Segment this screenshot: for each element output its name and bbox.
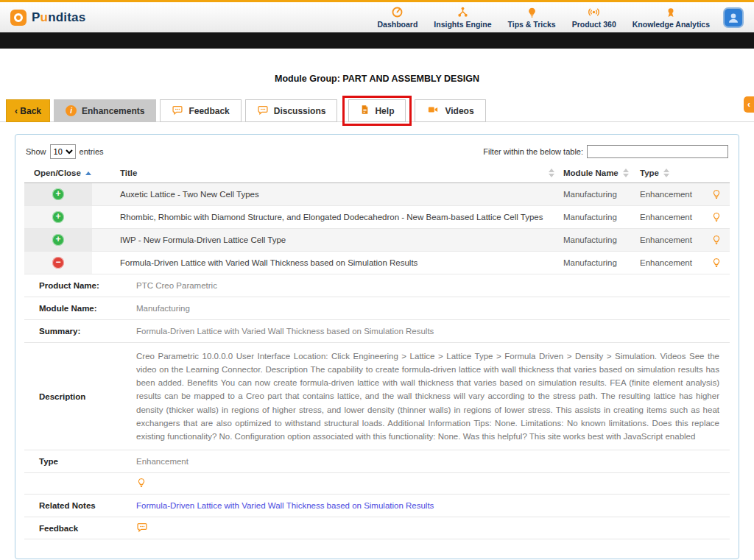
nav-label: Knowledge Analytics [633, 20, 710, 29]
row-module-name: Manufacturing [563, 190, 640, 199]
detail-row-type-icon [24, 473, 730, 495]
detail-label: Product Name: [24, 281, 136, 290]
detail-row-product-name: Product Name: PTC Creo Parametric [24, 274, 730, 297]
row-type: Enhancement [640, 213, 703, 221]
detail-row-summary: Summary: Formula-Driven Lattice with Var… [24, 320, 730, 343]
column-header-title[interactable]: Title [92, 169, 563, 177]
insights-engine-icon [457, 6, 469, 18]
detail-label: Related Notes [24, 501, 136, 510]
detail-label: Description [24, 392, 136, 401]
sort-icon[interactable] [663, 169, 669, 177]
back-button-label: ‹ Back [15, 106, 41, 116]
nav-label: Insights Engine [434, 20, 491, 29]
row-type: Enhancement [640, 190, 703, 199]
page-title: Module Group: PART AND ASSEMBLY DESIGN [0, 74, 754, 84]
nav-item-product-360[interactable]: Product 360 [572, 6, 616, 29]
detail-label: Summary: [24, 327, 136, 336]
feedback-bubble-icon[interactable] [136, 522, 730, 534]
open-close-cell[interactable]: + [24, 183, 92, 205]
nav-item-dashboard[interactable]: Dashboard [377, 6, 417, 29]
content-panel: Show 10 entries Filter within the below … [15, 134, 739, 559]
chevron-left-icon: ‹ [747, 99, 750, 110]
table-row[interactable]: + IWP - New Formula-Driven Lattice Cell … [24, 229, 730, 252]
lightbulb-icon [703, 258, 730, 268]
tab-videos[interactable]: Videos [415, 99, 485, 122]
collapse-row-icon[interactable]: − [52, 257, 64, 269]
row-type: Enhancement [640, 258, 703, 267]
column-header-label: Module Name [563, 169, 619, 177]
dashboard-icon [391, 6, 404, 18]
tab-label: Videos [445, 106, 473, 116]
speech-bubble-icon [172, 104, 183, 118]
nav-item-insights-engine[interactable]: Insights Engine [434, 6, 491, 29]
tab-feedback[interactable]: Feedback [160, 99, 241, 122]
nav-item-tips-tricks[interactable]: Tips & Tricks [508, 6, 556, 29]
app-header: Punditas Dashboard Insights Engine Tips … [0, 0, 754, 32]
row-title: Auxetic Lattice - Two New Cell Types [92, 190, 563, 199]
detail-row-module-name: Module Name: Manufacturing [24, 297, 730, 320]
row-title: Rhombic, Rhombic with Diamond Structure,… [92, 213, 563, 221]
open-close-cell[interactable]: − [24, 252, 92, 274]
column-header-label: Open/Close [34, 169, 81, 177]
sort-asc-icon[interactable] [85, 171, 91, 175]
filter-input[interactable] [587, 145, 728, 158]
tab-label: Help [375, 106, 394, 116]
secondary-bar [0, 32, 754, 49]
sort-icon[interactable] [549, 169, 554, 177]
video-camera-icon [426, 104, 440, 117]
table-row-expanded[interactable]: − Formula-Driven Lattice with Varied Wal… [24, 252, 730, 274]
filter-label: Filter within the below table: [483, 147, 583, 156]
row-type: Enhancement [640, 235, 703, 244]
table-row[interactable]: + Rhombic, Rhombic with Diamond Structur… [24, 206, 730, 229]
lightbulb-icon [136, 478, 730, 489]
back-button[interactable]: ‹ Back [6, 99, 50, 122]
detail-value: Enhancement [136, 457, 730, 466]
sort-icon[interactable] [623, 169, 629, 177]
table-controls: Show 10 entries Filter within the below … [26, 144, 728, 159]
row-detail-panel: Product Name: PTC Creo Parametric Module… [24, 274, 730, 539]
discussion-bubble-icon [257, 104, 269, 118]
info-circle-icon: i [66, 105, 77, 116]
column-header-type[interactable]: Type [640, 169, 703, 177]
detail-value: Formula-Driven Lattice with Varied Wall … [136, 327, 730, 336]
detail-label: Type [24, 457, 136, 466]
brand-logo-icon [10, 10, 27, 26]
detail-value: PTC Creo Parametric [136, 281, 730, 290]
expand-row-icon[interactable]: + [52, 188, 64, 200]
collapse-panel-button[interactable]: ‹ [744, 96, 754, 113]
knowledge-analytics-icon [665, 6, 677, 18]
expand-row-icon[interactable]: + [52, 234, 64, 246]
show-label: Show [26, 147, 46, 156]
tab-label: Feedback [188, 106, 229, 116]
table-header-row: Open/Close Title Module Name Type [24, 166, 730, 183]
related-note-link[interactable]: Formula-Driven Lattice with Varied Wall … [136, 501, 434, 510]
table-filter-control: Filter within the below table: [483, 145, 728, 158]
detail-row-description: Description Creo Parametric 10.0.0.0 Use… [24, 343, 730, 450]
nav-item-knowledge-analytics[interactable]: Knowledge Analytics [633, 6, 710, 29]
brand-text-accent: u [40, 10, 49, 24]
tab-help[interactable]: Help [348, 99, 406, 122]
page-size-control: Show 10 entries [26, 144, 104, 159]
row-title: Formula-Driven Lattice with Varied Wall … [92, 258, 563, 267]
detail-row-related-notes: Related Notes Formula-Driven Lattice wit… [24, 495, 730, 517]
detail-row-feedback: Feedback [24, 517, 730, 539]
column-header-open-close[interactable]: Open/Close [24, 169, 92, 177]
tab-enhancements[interactable]: i Enhancements [54, 99, 156, 122]
product-360-icon [588, 6, 600, 18]
detail-label: Module Name: [24, 304, 136, 313]
detail-value: Manufacturing [136, 304, 730, 313]
tab-discussions[interactable]: Discussions [245, 99, 338, 122]
table-row[interactable]: + Auxetic Lattice - Two New Cell Types M… [24, 183, 730, 206]
open-close-cell[interactable]: + [24, 229, 92, 251]
page-size-select[interactable]: 10 [50, 144, 76, 159]
entries-label: entries [80, 147, 104, 156]
brand-logo[interactable]: Punditas [10, 10, 85, 26]
tab-label: Enhancements [82, 106, 144, 116]
column-header-module-name[interactable]: Module Name [563, 169, 640, 177]
detail-description-text: Creo Parametric 10.0.0.0 User Interface … [136, 350, 730, 443]
column-header-label: Title [120, 169, 137, 177]
expand-row-icon[interactable]: + [52, 211, 64, 223]
open-close-cell[interactable]: + [24, 206, 92, 228]
help-tab-wrapper: Help [348, 99, 406, 122]
user-avatar[interactable] [723, 7, 744, 28]
